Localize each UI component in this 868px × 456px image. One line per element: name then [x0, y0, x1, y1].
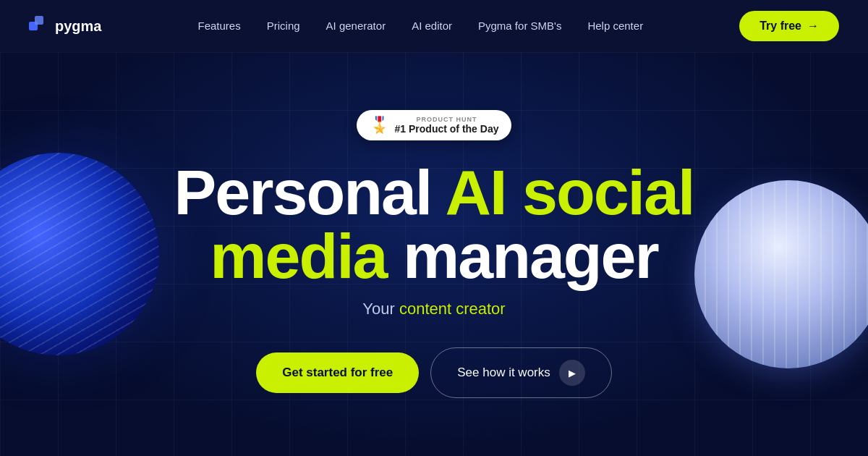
svg-rect-1: [35, 16, 43, 25]
navbar: pygma Features Pricing AI generator AI e…: [0, 0, 868, 52]
get-started-button[interactable]: Get started for free: [256, 352, 419, 393]
hero-title-accent2: media: [210, 220, 386, 292]
nav-item-ai-editor[interactable]: AI editor: [412, 20, 452, 33]
nav-links: Features Pricing AI generator AI editor …: [198, 20, 644, 33]
decorative-orb-left: [0, 153, 159, 355]
nav-link-features[interactable]: Features: [198, 20, 241, 32]
hero-section: 🎖️ PRODUCT HUNT #1 Product of the Day Pe…: [0, 52, 868, 456]
logo-text: pygma: [55, 18, 101, 35]
hero-title: Personal AI social media manager: [174, 161, 694, 288]
try-free-label: Try free: [760, 20, 801, 33]
decorative-orb-right: [694, 180, 868, 368]
badge-text-block: PRODUCT HUNT #1 Product of the Day: [395, 116, 499, 135]
nav-item-smb[interactable]: Pygma for SMB's: [478, 20, 561, 33]
nav-link-pricing[interactable]: Pricing: [267, 20, 300, 32]
hero-title-plain2: manager: [387, 220, 658, 292]
medal-icon: 🎖️: [370, 116, 389, 135]
hero-subtitle-highlight: content creator: [399, 300, 506, 318]
logo-icon: [29, 16, 49, 36]
see-how-it-works-button[interactable]: See how it works ▶: [430, 347, 612, 398]
hero-title-accent1: AI social: [445, 156, 694, 228]
try-free-button[interactable]: Try free →: [739, 11, 839, 41]
product-hunt-badge: 🎖️ PRODUCT HUNT #1 Product of the Day: [357, 110, 512, 140]
nav-item-pricing[interactable]: Pricing: [267, 20, 300, 33]
badge-product-text: #1 Product of the Day: [395, 123, 499, 135]
logo[interactable]: pygma: [29, 16, 101, 36]
badge-label: PRODUCT HUNT: [395, 116, 499, 123]
hero-title-line1: Personal AI social: [174, 156, 694, 228]
hero-title-line2: media manager: [210, 220, 658, 292]
see-how-label: See how it works: [457, 366, 550, 380]
nav-item-features[interactable]: Features: [198, 20, 241, 33]
nav-item-ai-generator[interactable]: AI generator: [326, 20, 386, 33]
nav-link-ai-generator[interactable]: AI generator: [326, 20, 386, 32]
hero-subtitle: Your content creator: [362, 300, 505, 318]
orb-right-inner: [694, 180, 868, 368]
nav-link-help[interactable]: Help center: [587, 20, 643, 32]
hero-content: 🎖️ PRODUCT HUNT #1 Product of the Day Pe…: [174, 110, 694, 398]
cta-buttons: Get started for free See how it works ▶: [256, 347, 612, 398]
play-icon: ▶: [559, 360, 585, 386]
nav-link-ai-editor[interactable]: AI editor: [412, 20, 452, 32]
nav-link-smb[interactable]: Pygma for SMB's: [478, 20, 561, 32]
hero-subtitle-prefix: Your: [362, 300, 399, 318]
hero-title-plain1: Personal: [174, 156, 446, 228]
try-free-arrow: →: [807, 20, 819, 33]
nav-item-help[interactable]: Help center: [587, 20, 643, 33]
